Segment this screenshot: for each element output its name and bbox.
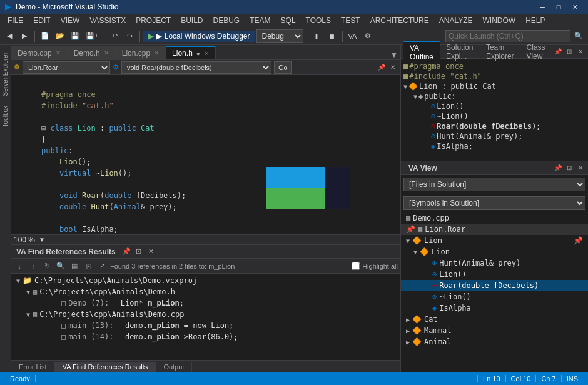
menu-sql[interactable]: SQL <box>276 15 301 26</box>
tab-demoh[interactable]: Demo.h ✕ <box>68 46 116 59</box>
menu-vassistx[interactable]: VASSISTX <box>84 15 131 26</box>
nav-go-button[interactable]: Go <box>274 61 292 74</box>
bottom-tab-output[interactable]: Output <box>156 362 192 372</box>
outline-isalpha[interactable]: ◈ IsAlpha; <box>401 141 588 151</box>
toolbar-back[interactable]: ◀ <box>3 29 16 43</box>
tab-democpp-close[interactable]: ✕ <box>56 49 61 56</box>
toolbar-undo[interactable]: ↩ <box>108 29 121 43</box>
va-view-float[interactable]: ⊡ <box>564 163 574 173</box>
va-outline-close[interactable]: ✕ <box>575 47 585 57</box>
debug-start-button[interactable]: ▶ ▶ Local Windows Debugger <box>143 31 255 42</box>
result-item-main13[interactable]: □ main (13): demo.m_pLion = new Lion; <box>21 320 400 331</box>
va-tree-lion-ctor[interactable]: ⊙ Lion() <box>401 269 588 280</box>
outline-lion-ctor[interactable]: ⊙ Lion() <box>401 101 588 111</box>
menu-edit[interactable]: EDIT <box>28 15 55 26</box>
va-tree-democpp[interactable]: ▦ Demo.cpp <box>401 212 588 224</box>
close-button[interactable]: ✕ <box>567 1 583 12</box>
toolbox-tab[interactable]: Toolbox <box>1 101 10 132</box>
find-close-panel-button[interactable]: ✕ <box>146 246 157 258</box>
highlight-checkbox[interactable] <box>352 262 360 270</box>
toolbar-break[interactable]: ⏸ <box>310 29 324 43</box>
va-pin-btn-lion1[interactable]: 📌 <box>574 236 583 245</box>
nav-right-select[interactable]: void Roar(double fDecibels) <box>121 61 271 74</box>
nav-close-button[interactable]: ✕ <box>388 62 398 72</box>
outline-lion-arrow[interactable]: ▼ <box>403 83 407 90</box>
result-file-vcxproj[interactable]: ▼ 📁 C:\Projects\cpp\Animals\Demo.vcxproj <box>11 275 400 286</box>
va-lion1-arrow[interactable]: ▼ <box>406 238 410 244</box>
menu-test[interactable]: TEST <box>336 15 365 26</box>
server-explorer-tab[interactable]: Server Explorer <box>1 48 10 101</box>
menu-help[interactable]: HELP <box>520 15 550 26</box>
outline-public[interactable]: ▼ ◆ public: <box>401 91 588 101</box>
maximize-button[interactable]: □ <box>550 1 567 12</box>
va-tree-roar[interactable]: ⊙ Roar(double fDecibels) <box>401 280 588 291</box>
va-tree-cat[interactable]: ▶ 🔶 Cat <box>401 314 588 325</box>
menu-debug[interactable]: DEBUG <box>208 15 245 26</box>
va-cat-arrow[interactable]: ▶ <box>406 316 410 323</box>
toolbar-save[interactable]: 💾 <box>68 29 82 43</box>
va-tree-lion1[interactable]: ▼ 🔶 Lion 📌 <box>401 235 588 246</box>
minimize-button[interactable]: ─ <box>534 1 550 12</box>
find-pin-button[interactable]: 📌 <box>121 246 132 258</box>
menu-architecture[interactable]: ARCHITECTURE <box>365 15 434 26</box>
nav-left-select[interactable]: Lion.Roar <box>23 61 110 74</box>
find-up-button[interactable]: ↑ <box>28 261 39 272</box>
menu-analyze[interactable]: ANALYZE <box>434 15 478 26</box>
result-item-demo7[interactable]: □ Demo (7): Lion* m_pLion; <box>21 298 400 309</box>
outline-lion-dtor[interactable]: ⊙ ~Lion() <box>401 111 588 121</box>
find-filter-button[interactable]: ▦ <box>69 261 80 272</box>
quicklaunch-input[interactable] <box>445 30 570 42</box>
nav-pin-button[interactable]: 📌 <box>377 62 387 72</box>
debug-config-dropdown[interactable]: Debug Release <box>256 29 303 43</box>
va-view-pin[interactable]: 📌 <box>553 163 563 173</box>
find-panel-results[interactable]: ▼ 📁 C:\Projects\cpp\Animals\Demo.vcxproj… <box>11 274 400 360</box>
toolbar-new[interactable]: 📄 <box>38 29 52 43</box>
tab-scroll[interactable]: ▼ <box>388 51 400 59</box>
menu-window[interactable]: WINDOW <box>478 15 521 26</box>
toolbar-open[interactable]: 📂 <box>53 29 67 43</box>
va-lion2-arrow[interactable]: ▼ <box>413 249 417 256</box>
va-view-symbols-dropdown[interactable]: [Symbols in Solution] <box>403 196 585 210</box>
va-outline-float[interactable]: ⊡ <box>564 47 574 57</box>
va-view-files-dropdown[interactable]: [Files in Solution] <box>403 178 585 191</box>
va-tree-lion-dtor[interactable]: ⊙ ~Lion() <box>401 291 588 302</box>
va-tree-isalpha[interactable]: ◈ IsAlpha <box>401 302 588 314</box>
toolbar-va1[interactable]: VA <box>346 29 360 43</box>
menu-tools[interactable]: TOOLS <box>301 15 336 26</box>
bottom-tab-findref[interactable]: VA Find References Results <box>55 362 156 372</box>
va-tree-mammal[interactable]: ▶ 🔶 Mammal <box>401 325 588 336</box>
find-export-button[interactable]: ↗ <box>96 261 108 272</box>
find-float-button[interactable]: ⊡ <box>133 246 144 258</box>
menu-project[interactable]: PROJECT <box>131 15 176 26</box>
toolbar-va2[interactable]: ⚙ <box>361 29 375 43</box>
code-content[interactable]: #pragma once #include "cat.h" ⊟ class Li… <box>36 75 400 234</box>
find-refresh-button[interactable]: ↻ <box>41 261 53 272</box>
menu-build[interactable]: BUILD <box>176 15 208 26</box>
outline-pragma[interactable]: ■ #pragma once <box>401 61 588 71</box>
find-copy-button[interactable]: ⎘ <box>83 261 94 272</box>
va-tree-animal[interactable]: ▶ 🔶 Animal <box>401 336 588 348</box>
outline-hunt[interactable]: ⊙ Hunt(Animal& prey); <box>401 131 588 141</box>
outline-lion-class[interactable]: ▼ 🔶 Lion : public Cat <box>401 81 588 91</box>
outline-include[interactable]: ■ #include "cat.h" <box>401 71 588 81</box>
tab-democpp[interactable]: Demo.cpp ✕ <box>11 46 68 59</box>
result-item-main14[interactable]: □ main (14): demo.m_pLion->Roar(86.0); <box>21 331 400 342</box>
menu-view[interactable]: VIEW <box>56 15 85 26</box>
tab-lionh[interactable]: Lion.h ● ✕ <box>166 46 216 59</box>
menu-file[interactable]: FILE <box>3 15 28 26</box>
result-file-demoh[interactable]: ▼ ▦ C:\Projects\cpp\Animals\Demo.h <box>21 286 400 298</box>
find-search-button[interactable]: 🔍 <box>55 261 66 272</box>
toolbar-stop[interactable]: ⏹ <box>325 29 339 43</box>
va-outline-pin[interactable]: 📌 <box>553 47 563 57</box>
va-tree-lionroar[interactable]: 📌 ▦ Lion.Roar <box>401 224 588 235</box>
toolbar-forward[interactable]: ▶ <box>18 29 31 43</box>
tab-lioncpp-close[interactable]: ✕ <box>154 49 159 56</box>
va-tree-hunt[interactable]: ⊙ Hunt(Animal& prey) <box>401 258 588 269</box>
va-view-close[interactable]: ✕ <box>575 163 585 173</box>
va-mammal-arrow[interactable]: ▶ <box>406 328 410 334</box>
tab-lioncpp[interactable]: Lion.cpp ✕ <box>116 46 166 59</box>
toolbar-save-all[interactable]: 💾+ <box>83 29 101 43</box>
va-animal-arrow[interactable]: ▶ <box>406 339 410 346</box>
bottom-tab-errorlist[interactable]: Error List <box>11 362 55 372</box>
va-tree-lion2[interactable]: ▼ 🔶 Lion <box>401 246 588 258</box>
